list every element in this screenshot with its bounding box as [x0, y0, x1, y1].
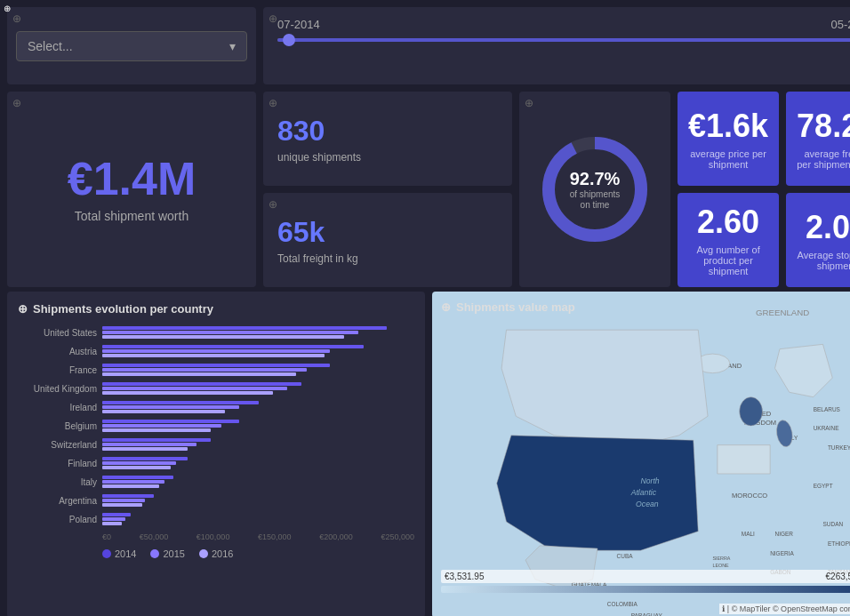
bar-2014	[102, 476, 173, 479]
bar-2014	[102, 494, 154, 498]
bar-2016	[102, 466, 171, 469]
bar-2014	[102, 364, 330, 367]
svg-text:ETHIOPIA: ETHIOPIA	[828, 540, 850, 547]
bar-2016	[102, 503, 142, 507]
svg-text:NIGERIA: NIGERIA	[770, 550, 794, 556]
bar-chart-row: United Kingdom	[18, 380, 414, 396]
date-end-label: 05-2016	[830, 18, 850, 31]
avg-products-label: Avg number of product per shipment	[688, 244, 768, 276]
svg-text:BELARUS: BELARUS	[814, 406, 841, 412]
bar-2014	[102, 457, 188, 460]
bar-group	[102, 345, 414, 357]
avg-price-card: ⊕ €1.6k average price per shipment	[678, 92, 779, 186]
avg-freight-value: 78.24	[797, 108, 850, 145]
slider-thumb-left[interactable]	[283, 34, 295, 46]
chevron-down-icon: ▾	[229, 39, 236, 53]
bar-chart: United StatesAustriaFranceUnited Kingdom…	[18, 324, 414, 527]
map-title: ⊕ Shipments value map	[441, 300, 575, 314]
bar-2015	[102, 349, 330, 353]
slider-labels: 07-2014 05-2016	[277, 18, 850, 31]
legend-dot-2015	[150, 549, 159, 558]
attribution-credit: © MapTiler © OpenStreetMap contributors	[732, 604, 850, 613]
bar-chart-row: Switzerland	[18, 436, 414, 452]
svg-text:NIGER: NIGER	[775, 531, 794, 537]
avg-stops-card: ⊕ 2.01 Average stops per shipment	[786, 193, 850, 287]
slider-fill	[277, 38, 850, 42]
filter-select-panel: ⊕ Select... ▾	[7, 7, 256, 84]
drag-handle-icon: ⊕	[4, 4, 11, 13]
bar-2014	[102, 382, 301, 386]
bar-2016	[102, 335, 344, 339]
total-freight-panel: ⊕ 65k Total freight in kg	[263, 193, 512, 287]
total-freight-value: 65k	[277, 216, 498, 249]
bar-chart-row: Belgium	[18, 418, 414, 434]
bar-label: Belgium	[18, 421, 102, 431]
bar-2016	[102, 447, 188, 451]
bar-group	[102, 420, 414, 432]
country-select-dropdown[interactable]: Select... ▾	[16, 31, 247, 61]
svg-text:GREENLAND: GREENLAND	[756, 308, 809, 317]
chart-legend: 2014 2015 2016	[18, 548, 414, 559]
drag-handle-icon: ⊕	[525, 97, 533, 109]
legend-2014: 2014	[102, 548, 136, 559]
bar-chart-row: United States	[18, 324, 414, 340]
drag-handle-icon: ⊕	[12, 97, 21, 109]
middle-metrics: ⊕ 830 unique shipments ⊕ 65k Total freig…	[263, 92, 512, 287]
bar-label: Italy	[18, 477, 102, 487]
avg-stops-label: Average stops per shipment	[797, 250, 850, 271]
map-attribution: ℹ | © MapTiler © OpenStreetMap contribut…	[719, 604, 850, 614]
svg-point-9	[740, 397, 763, 426]
bar-2015	[102, 424, 221, 428]
bar-2016	[102, 484, 159, 488]
bar-chart-row: Austria	[18, 343, 414, 359]
date-range-panel: ⊕ 07-2014 05-2016	[263, 7, 850, 84]
bar-chart-row: Ireland	[18, 399, 414, 415]
avg-freight-card: ⊕ 78.24 average freight per shipment in …	[786, 92, 850, 186]
svg-text:EGYPT: EGYPT	[814, 483, 833, 489]
svg-text:PARAGUAY: PARAGUAY	[631, 612, 663, 616]
svg-text:SIERRA: SIERRA	[712, 556, 730, 561]
svg-marker-32	[497, 436, 699, 550]
bar-2014	[102, 420, 239, 423]
total-worth-panel: ⊕ €1.4M Total shipment worth	[7, 92, 256, 287]
map-legend-values: €3,531.95 €263,566.98	[441, 570, 850, 583]
map-legend-gradient	[441, 586, 850, 593]
bar-2016	[102, 410, 225, 413]
bar-2016	[102, 391, 273, 395]
bar-2016	[102, 354, 325, 357]
bar-label: Switzerland	[18, 440, 102, 450]
map-panel: ⊕ Shipments value map + − GREENLAND ICEL…	[432, 292, 850, 616]
bar-2016	[102, 372, 296, 376]
legend-min-value: €3,531.95	[445, 572, 485, 581]
drag-handle-icon: ⊕	[269, 12, 277, 25]
bar-2014	[102, 401, 259, 404]
bar-2015	[102, 405, 239, 409]
avg-price-label: average price per shipment	[688, 148, 768, 170]
avg-freight-label: average freight per shipment in kg	[797, 148, 850, 170]
bar-2015	[102, 461, 176, 465]
avg-products-value: 2.60	[697, 204, 759, 241]
on-time-donut-panel: ⊕ 92.7% of shipments on time	[519, 92, 670, 287]
drag-icon: ⊕	[18, 302, 28, 316]
total-worth-value: €1.4M	[68, 156, 196, 202]
bar-2015	[102, 387, 287, 390]
drag-handle-icon: ⊕	[12, 12, 21, 25]
bar-label: Austria	[18, 347, 102, 356]
bar-2015	[102, 480, 164, 484]
total-freight-label: Total freight in kg	[277, 252, 498, 265]
svg-text:MALI: MALI	[742, 531, 755, 537]
date-range-track[interactable]	[277, 38, 850, 42]
bar-2015	[102, 368, 307, 372]
svg-text:Ocean: Ocean	[636, 500, 659, 508]
unique-shipments-panel: ⊕ 830 unique shipments	[263, 92, 512, 186]
drag-icon: ⊕	[441, 300, 451, 314]
bar-group	[102, 494, 414, 507]
total-worth-label: Total shipment worth	[75, 209, 188, 223]
bar-2016	[102, 428, 211, 432]
date-start-label: 07-2014	[277, 18, 320, 31]
right-metrics: ⊕ €1.6k average price per shipment ⊕ 78.…	[678, 92, 850, 287]
avg-price-value: €1.6k	[688, 108, 768, 145]
legend-dot-2016	[199, 549, 208, 558]
avg-products-card: ⊕ 2.60 Avg number of product per shipmen…	[678, 193, 779, 287]
bar-chart-title: ⊕ Shipments evolution per country	[18, 302, 414, 316]
